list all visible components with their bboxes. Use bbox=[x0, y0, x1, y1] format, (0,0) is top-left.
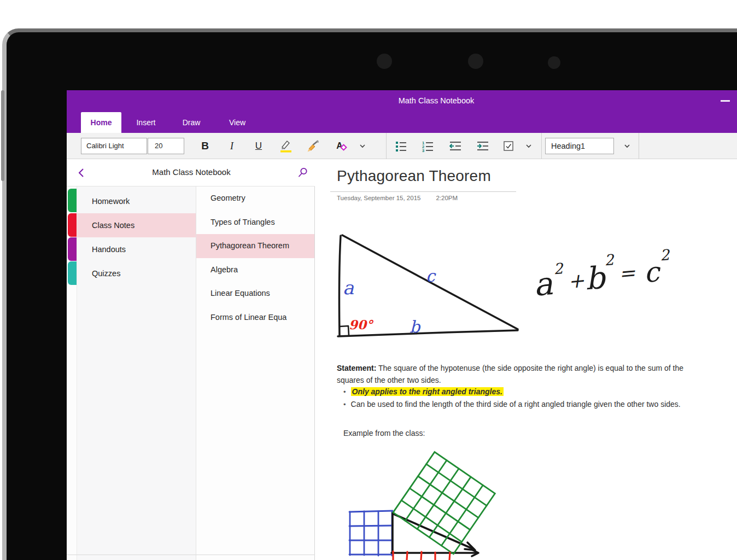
example-label: Example from the class: bbox=[343, 429, 425, 438]
tablet-side-button bbox=[1, 90, 4, 181]
svg-text:2: 2 bbox=[604, 251, 616, 269]
section-color-rail bbox=[67, 186, 77, 560]
increase-indent-button[interactable] bbox=[473, 137, 492, 155]
bezel-reflection bbox=[377, 54, 392, 69]
notebook-sidebar: Math Class Notebook Homework bbox=[67, 159, 315, 560]
window-title: Math Class Notebook bbox=[399, 96, 475, 105]
title-underline bbox=[330, 191, 516, 192]
chevron-down-icon[interactable] bbox=[519, 137, 538, 155]
svg-text:=: = bbox=[618, 261, 636, 285]
format-painter-button[interactable] bbox=[303, 137, 322, 155]
pages-list: Geometry Types of Triangles Pythagorean … bbox=[196, 186, 314, 560]
toolbar-divider bbox=[639, 133, 639, 159]
section-color-tab-quizzes[interactable] bbox=[68, 261, 77, 285]
sidebar-columns: Homework Class Notes Handouts Quizzes Ge… bbox=[67, 186, 315, 560]
decrease-indent-button[interactable] bbox=[446, 137, 465, 155]
back-icon[interactable] bbox=[77, 167, 87, 179]
svg-text:c: c bbox=[426, 266, 436, 285]
page-row-pythagorean-theorem[interactable]: Pythagorean Theorem bbox=[196, 234, 314, 258]
triangle-drawing bbox=[338, 235, 518, 336]
page-dateline: Tuesday, September 15, 20152:20PM bbox=[337, 195, 458, 201]
svg-text:3: 3 bbox=[422, 148, 424, 152]
stage: Math Class Notebook Home Insert Draw Vie… bbox=[0, 0, 737, 560]
green-square-grid bbox=[393, 452, 495, 554]
font-name-select[interactable]: Calibri Light bbox=[81, 138, 147, 154]
paragraph-style-select[interactable]: Heading1 bbox=[545, 138, 614, 154]
sidebar-bottom-divider bbox=[67, 555, 315, 555]
font-size-select[interactable]: 20 bbox=[148, 138, 184, 154]
svg-text:+: + bbox=[567, 269, 586, 293]
page-row-linear-equations[interactable]: Linear Equations bbox=[196, 282, 314, 306]
statement-paragraph: Statement: The square of the hypotenuse … bbox=[337, 363, 704, 386]
section-row-homework[interactable]: Homework bbox=[77, 189, 196, 213]
example-triangle bbox=[391, 513, 478, 556]
highlighter-button[interactable] bbox=[276, 137, 295, 155]
minimize-button[interactable] bbox=[721, 100, 730, 102]
chevron-down-icon[interactable] bbox=[353, 137, 372, 155]
section-row-handouts[interactable]: Handouts bbox=[77, 237, 196, 261]
tab-home[interactable]: Home bbox=[81, 112, 121, 133]
tab-view[interactable]: View bbox=[215, 112, 260, 133]
bullet-list-button[interactable] bbox=[391, 137, 410, 155]
equation-ink: a 2 + b 2 = c 2 bbox=[531, 246, 674, 304]
bezel-reflection bbox=[468, 54, 483, 69]
clear-formatting-button[interactable]: A bbox=[330, 137, 349, 155]
svg-text:2: 2 bbox=[553, 260, 565, 278]
svg-text:a: a bbox=[532, 265, 554, 304]
bullet-list-icon bbox=[395, 140, 407, 152]
page-title: Pythagorean Theorem bbox=[337, 167, 491, 185]
svg-text:2: 2 bbox=[659, 246, 671, 264]
underline-button[interactable]: U bbox=[249, 137, 268, 155]
section-row-class-notes[interactable]: Class Notes bbox=[77, 213, 196, 237]
search-icon[interactable] bbox=[297, 167, 308, 178]
title-bar: Math Class Notebook bbox=[67, 90, 737, 112]
svg-text:a: a bbox=[343, 277, 354, 299]
page-row-geometry[interactable]: Geometry bbox=[196, 186, 314, 211]
section-color-tab-handouts[interactable] bbox=[68, 237, 77, 261]
svg-text:b: b bbox=[583, 259, 608, 296]
tab-draw[interactable]: Draw bbox=[169, 112, 214, 133]
triangle-labels: a c b 90° bbox=[343, 266, 436, 336]
decrease-indent-icon bbox=[449, 140, 462, 152]
app-window: Math Class Notebook Home Insert Draw Vie… bbox=[67, 90, 737, 560]
page-time: 2:20PM bbox=[436, 195, 458, 201]
svg-text:c: c bbox=[642, 256, 662, 289]
todo-checkbox-icon bbox=[503, 141, 514, 152]
statement-bullets: Only applies to the right angled triangl… bbox=[343, 386, 715, 411]
bullet-item: Can be used to find the length of the th… bbox=[343, 398, 715, 411]
format-painter-icon bbox=[306, 139, 320, 153]
todo-tag-button[interactable] bbox=[499, 137, 518, 155]
notebook-title: Math Class Notebook bbox=[152, 167, 230, 177]
bold-button[interactable]: B bbox=[196, 137, 214, 155]
formatting-toolbar: Calibri Light 20 B I U bbox=[67, 133, 737, 159]
increase-indent-icon bbox=[476, 140, 489, 152]
numbered-list-button[interactable]: 1 2 3 bbox=[418, 137, 437, 155]
bezel-reflection bbox=[548, 56, 560, 69]
statement-label: Statement: bbox=[337, 364, 376, 372]
italic-button[interactable]: I bbox=[223, 137, 241, 155]
section-color-tab-homework[interactable] bbox=[68, 189, 77, 212]
page-row-algebra[interactable]: Algebra bbox=[196, 258, 314, 282]
toolbar-divider bbox=[541, 133, 542, 159]
section-row-quizzes[interactable]: Quizzes bbox=[77, 261, 196, 285]
svg-text:b: b bbox=[410, 317, 421, 336]
numbered-list-icon: 1 2 3 bbox=[422, 140, 434, 152]
red-square-grid bbox=[393, 551, 450, 560]
bullet-item: Only applies to the right angled triangl… bbox=[343, 386, 715, 398]
clear-formatting-icon: A bbox=[336, 141, 343, 151]
highlighter-icon bbox=[279, 139, 292, 153]
page-canvas[interactable]: Pythagorean Theorem Tuesday, September 1… bbox=[315, 159, 737, 560]
sidebar-header: Math Class Notebook bbox=[67, 159, 315, 186]
page-row-types-of-triangles[interactable]: Types of Triangles bbox=[196, 211, 314, 235]
highlighted-text: Only applies to the right angled triangl… bbox=[351, 387, 504, 396]
section-color-tab-class-notes[interactable] bbox=[68, 213, 77, 237]
style-dropdown-chevron-icon[interactable] bbox=[618, 137, 636, 155]
page-row-forms-of-linear-equa[interactable]: Forms of Linear Equa bbox=[196, 306, 314, 330]
page-date: Tuesday, September 15, 2015 bbox=[337, 195, 420, 201]
blue-square-grid bbox=[349, 511, 393, 556]
sections-list: Homework Class Notes Handouts Quizzes bbox=[77, 186, 196, 560]
app-body: Math Class Notebook Homework bbox=[67, 159, 737, 560]
tab-insert[interactable]: Insert bbox=[123, 112, 169, 133]
toolbar-divider bbox=[386, 133, 387, 159]
statement-body: The square of the hypotenuse (the side o… bbox=[337, 364, 683, 384]
